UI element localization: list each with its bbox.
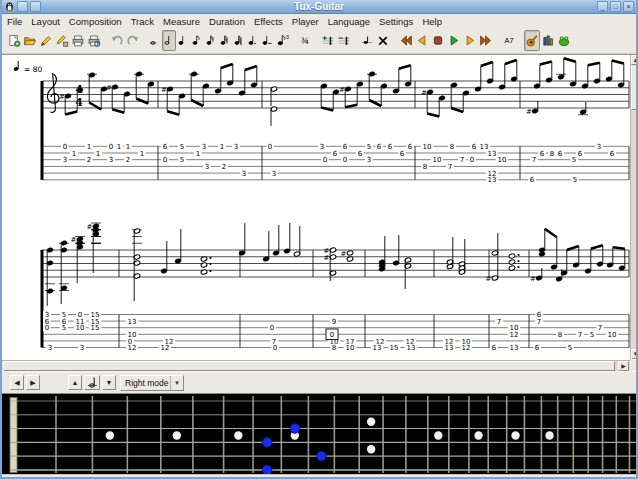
tab-number[interactable]: 7 bbox=[446, 163, 454, 171]
tab-number[interactable]: 0 bbox=[271, 344, 279, 352]
tab-number[interactable]: 5 bbox=[178, 156, 186, 164]
tab-number[interactable]: 3 bbox=[107, 156, 115, 164]
duration-button[interactable] bbox=[84, 375, 100, 390]
tab-number[interactable]: 7 bbox=[596, 324, 604, 332]
save-as-button[interactable] bbox=[54, 30, 70, 51]
tab-number[interactable]: 5 bbox=[60, 324, 68, 332]
double-dotted-note-button[interactable] bbox=[260, 30, 274, 51]
play-previous-button[interactable] bbox=[414, 30, 430, 51]
save-button[interactable] bbox=[38, 30, 54, 51]
chord[interactable] bbox=[294, 226, 301, 257]
string-down-button[interactable]: ▼ bbox=[102, 375, 116, 390]
tab-number[interactable]: 5 bbox=[571, 176, 579, 184]
play-button[interactable] bbox=[446, 30, 462, 51]
tuner-button[interactable] bbox=[556, 30, 572, 51]
tab-number[interactable]: 3 bbox=[595, 143, 603, 151]
menu-item-duration[interactable]: Duration bbox=[209, 16, 245, 27]
remove-measure-button[interactable] bbox=[336, 30, 352, 51]
note-pair[interactable] bbox=[393, 65, 412, 94]
duration-sixtyfourth-button[interactable] bbox=[232, 30, 246, 51]
tab-number[interactable]: 5 bbox=[178, 143, 186, 151]
bass-note[interactable] bbox=[556, 269, 563, 282]
stop-button[interactable] bbox=[430, 30, 446, 51]
tuplet-button[interactable]: 3 bbox=[274, 30, 290, 51]
tab-number[interactable]: 13 bbox=[126, 317, 138, 325]
maximize-button[interactable]: □ bbox=[610, 1, 621, 12]
tab-number[interactable]: 0 bbox=[266, 143, 274, 151]
tab-number[interactable]: 15 bbox=[388, 344, 400, 352]
selected-tab-number[interactable]: 0 bbox=[326, 329, 338, 340]
close-button[interactable]: × bbox=[623, 1, 634, 12]
note-pair[interactable] bbox=[607, 247, 626, 271]
tab-number[interactable]: 8 bbox=[448, 143, 456, 151]
tab-number[interactable]: 2 bbox=[220, 163, 228, 171]
print-button[interactable] bbox=[70, 30, 86, 51]
tab-number[interactable]: 6 bbox=[533, 344, 541, 352]
played-note-dot[interactable] bbox=[317, 451, 327, 461]
tab-number[interactable]: 6 bbox=[576, 149, 584, 157]
tab-number[interactable]: 12 bbox=[159, 344, 171, 352]
menu-item-measure[interactable]: Measure bbox=[163, 16, 200, 27]
tab-number[interactable]: 1 bbox=[70, 149, 78, 157]
scroll-right-button[interactable]: ▶ bbox=[618, 361, 629, 371]
tab-number[interactable]: 12 bbox=[126, 344, 138, 352]
tab-number[interactable]: 3 bbox=[61, 156, 69, 164]
chord[interactable] bbox=[509, 253, 520, 271]
play-next-button[interactable] bbox=[462, 30, 478, 51]
chord[interactable] bbox=[132, 228, 142, 301]
tab-number[interactable]: 0 bbox=[107, 143, 115, 151]
tab-number[interactable]: 6 bbox=[341, 143, 349, 151]
note-pair[interactable] bbox=[87, 72, 107, 109]
tab-number[interactable]: 1 bbox=[85, 143, 93, 151]
played-note-dot[interactable] bbox=[290, 424, 300, 434]
note-pair[interactable] bbox=[534, 62, 553, 89]
score-area[interactable]: = 8044######0311210311216055133123303366… bbox=[2, 54, 638, 371]
tab-number[interactable]: 6 bbox=[398, 149, 406, 157]
tab-number[interactable]: 1 bbox=[124, 143, 132, 151]
undo-button[interactable] bbox=[109, 30, 125, 51]
tab-number[interactable]: 3 bbox=[200, 143, 208, 151]
played-note-dot[interactable] bbox=[262, 438, 272, 448]
tab-number[interactable]: 3 bbox=[240, 169, 248, 177]
tab-number[interactable]: 0 bbox=[341, 156, 349, 164]
tab-number[interactable]: 3 bbox=[232, 143, 240, 151]
chord[interactable] bbox=[393, 235, 400, 266]
duration-quarter-button[interactable] bbox=[176, 30, 190, 51]
tab-number[interactable]: 7 bbox=[535, 317, 543, 325]
note-pair[interactable] bbox=[499, 60, 518, 90]
tab-number[interactable]: 13 bbox=[371, 344, 383, 352]
tab-number[interactable]: 10 bbox=[606, 331, 618, 339]
tab-number[interactable]: 2 bbox=[85, 156, 93, 164]
note-pair[interactable] bbox=[215, 64, 234, 94]
scroll-down-button[interactable]: ▼ bbox=[631, 349, 638, 359]
note-pair[interactable] bbox=[367, 71, 387, 106]
tab-number[interactable]: 7 bbox=[458, 156, 466, 164]
menu-item-track[interactable]: Track bbox=[131, 16, 154, 27]
tab-number[interactable]: 3 bbox=[46, 344, 54, 352]
time-signature-button[interactable]: ¾ bbox=[297, 30, 313, 51]
window-shade-button[interactable] bbox=[17, 1, 28, 12]
tab-number[interactable]: 9 bbox=[330, 317, 338, 325]
tab-number[interactable]: 1 bbox=[115, 143, 123, 151]
note-pair[interactable]: # bbox=[161, 86, 185, 115]
tab-number[interactable]: 3 bbox=[203, 163, 211, 171]
tab-number[interactable]: 5 bbox=[570, 156, 578, 164]
menu-item-composition[interactable]: Composition bbox=[69, 16, 122, 27]
tab-number[interactable]: 1 bbox=[138, 149, 146, 157]
chord-editor-button[interactable]: A7 bbox=[501, 30, 517, 51]
duration-eighth-button[interactable] bbox=[190, 30, 204, 51]
print-preview-button[interactable] bbox=[86, 30, 102, 51]
chord[interactable] bbox=[263, 231, 270, 262]
tab-number[interactable]: 6 bbox=[470, 143, 478, 151]
note-pair[interactable] bbox=[556, 58, 576, 87]
tab-number[interactable]: 3 bbox=[270, 169, 278, 177]
half-note[interactable] bbox=[271, 106, 278, 126]
tab-number[interactable]: 7 bbox=[576, 331, 584, 339]
tab-number[interactable]: 6 bbox=[528, 176, 536, 184]
chord[interactable] bbox=[284, 223, 291, 254]
tab-number[interactable]: 0 bbox=[61, 143, 69, 151]
tab-number[interactable]: 0 bbox=[321, 156, 329, 164]
tab-number[interactable]: 7 bbox=[530, 156, 538, 164]
menu-item-settings[interactable]: Settings bbox=[379, 16, 413, 27]
chord[interactable]: # bbox=[71, 236, 85, 284]
